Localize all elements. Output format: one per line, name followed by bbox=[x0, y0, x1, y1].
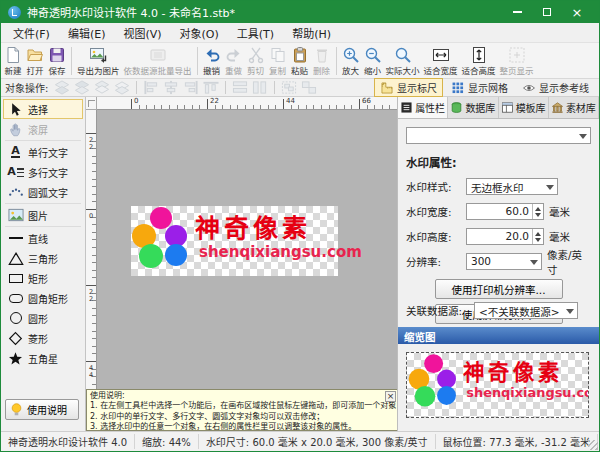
width-stepper[interactable]: 60.0 bbox=[466, 203, 544, 220]
tool-select[interactable]: 选择 bbox=[3, 99, 83, 119]
tooltip-line-1: 1. 在左侧工具栏中选择一个功能后，在画布区域按住鼠标左键拖动，即可添加一个对象… bbox=[90, 401, 394, 411]
tooltip-close-icon[interactable]: × bbox=[385, 391, 396, 402]
batch-export-button: 依数据源批量导出 bbox=[122, 44, 194, 78]
actual-size-button[interactable]: 实际大小 bbox=[384, 44, 422, 78]
resolution-dropdown[interactable]: 300 bbox=[466, 253, 542, 270]
tab-templates[interactable]: 模板库 bbox=[499, 97, 549, 118]
panel-tabs: 属性栏 数据库 模板库 素材库 bbox=[398, 97, 599, 119]
main-area: 选择 滚屏 A 单行文字 A 多行文字 圆弧文字 图片 bbox=[1, 97, 599, 431]
tab-materials[interactable]: 素材库 bbox=[549, 97, 599, 118]
delete-button: 删除 bbox=[311, 44, 333, 78]
zoom-in-icon bbox=[342, 46, 360, 64]
tab-properties[interactable]: 属性栏 bbox=[398, 97, 448, 118]
menu-edit[interactable]: 编辑(E) bbox=[59, 23, 115, 43]
width-row: 水印宽度: 60.0 毫米 bbox=[406, 199, 591, 224]
line-icon bbox=[9, 237, 23, 239]
watermark-logo: 神奇像素 shenqixiangsu.com bbox=[131, 206, 338, 276]
actual-size-icon bbox=[394, 46, 412, 64]
stepper-arrows-icon[interactable] bbox=[532, 229, 543, 244]
height-stepper[interactable]: 20.0 bbox=[466, 228, 544, 245]
tool-triangle[interactable]: 三角形 bbox=[3, 248, 83, 268]
redo-button: 重做 bbox=[223, 44, 245, 78]
menu-file[interactable]: 文件(F) bbox=[4, 23, 59, 43]
tool-single-line-text[interactable]: A 单行文字 bbox=[3, 142, 83, 162]
tool-diamond[interactable]: 菱形 bbox=[3, 328, 83, 348]
watermark-object[interactable]: 神奇像素 shenqixiangsu.com bbox=[131, 206, 338, 276]
delete-trash-icon bbox=[313, 46, 331, 64]
vertical-ruler: 22 0 22 44 bbox=[86, 110, 97, 431]
app-window: 神奇透明水印设计软件 4.0 - 未命名1.stb* × 文件(F) 编辑(E)… bbox=[0, 0, 600, 452]
material-bank-icon bbox=[551, 101, 564, 114]
align-left-icon bbox=[142, 80, 160, 95]
zoom-in-button[interactable]: 放大 bbox=[340, 44, 362, 78]
zoom-out-button[interactable]: 缩小 bbox=[362, 44, 384, 78]
same-width-icon bbox=[231, 80, 249, 95]
tool-picture[interactable]: 图片 bbox=[3, 205, 83, 225]
picture-icon bbox=[7, 207, 24, 224]
style-row: 水印样式: 无边框水印 bbox=[406, 174, 591, 199]
tooltip-line-3: 3. 选择水印中的任意一个对象，在右侧的属性栏里可以调整该对象的属性。 bbox=[90, 422, 394, 431]
new-button[interactable]: 新建 bbox=[2, 44, 24, 78]
grid-icon bbox=[451, 81, 465, 95]
height-row: 水印高度: 20.0 毫米 bbox=[406, 224, 591, 249]
logo-circle-green bbox=[139, 244, 163, 268]
datasource-row: 关联数据源: <不关联数据源> bbox=[406, 302, 595, 319]
stepper-arrows-icon[interactable] bbox=[532, 204, 543, 219]
right-panel: 属性栏 数据库 模板库 素材库 bbox=[397, 97, 599, 431]
object-selector-dropdown[interactable] bbox=[406, 127, 591, 144]
export-image-button[interactable]: 导出为图片 bbox=[75, 44, 122, 78]
same-height-icon bbox=[251, 80, 269, 95]
thumbnail-preview[interactable]: 神奇像素 shenqixiangsu.com bbox=[406, 352, 589, 418]
save-button[interactable]: 保存 bbox=[46, 44, 68, 78]
design-canvas[interactable]: 神奇像素 shenqixiangsu.com bbox=[97, 110, 397, 431]
logo-circle-pink bbox=[150, 207, 172, 229]
align-center-h-icon bbox=[162, 80, 180, 95]
tool-circle[interactable]: 圆形 bbox=[3, 308, 83, 328]
fit-height-icon bbox=[470, 46, 488, 64]
minimize-button[interactable] bbox=[502, 1, 532, 23]
tool-arc-text[interactable]: 圆弧文字 bbox=[3, 182, 83, 202]
app-icon bbox=[8, 6, 21, 19]
undo-button[interactable]: 撤销 bbox=[201, 44, 223, 78]
tool-multi-line-text[interactable]: A 多行文字 bbox=[3, 162, 83, 182]
horizontal-ruler: 0 22 44 66 bbox=[97, 97, 397, 110]
hand-icon bbox=[7, 121, 24, 138]
logo-title-text: 神奇像素 bbox=[463, 355, 563, 386]
datasource-dropdown[interactable]: <不关联数据源> bbox=[474, 302, 578, 319]
show-guides-toggle[interactable]: 显示参考线 bbox=[516, 78, 595, 97]
menu-bar: 文件(F) 编辑(E) 视图(V) 对象(O) 工具(T) 帮助(H) bbox=[1, 23, 599, 43]
paste-button[interactable]: 粘贴 bbox=[289, 44, 311, 78]
help-button[interactable]: 使用说明 bbox=[5, 399, 79, 420]
menu-tools[interactable]: 工具(T) bbox=[228, 23, 283, 43]
tool-line[interactable]: 直线 bbox=[3, 228, 83, 248]
use-printer-resolution-button[interactable]: 使用打印机分辨率... bbox=[435, 279, 563, 299]
tool-rounded-rectangle[interactable]: 圆角矩形 bbox=[3, 288, 83, 308]
show-ruler-toggle[interactable]: 显示标尺 bbox=[374, 78, 443, 97]
undo-icon bbox=[203, 46, 221, 64]
fit-width-icon bbox=[432, 46, 450, 64]
tool-rectangle[interactable]: 矩形 bbox=[3, 268, 83, 288]
properties-list-icon bbox=[400, 101, 413, 114]
open-button[interactable]: 打开 bbox=[24, 44, 46, 78]
zoom-out-icon bbox=[364, 46, 382, 64]
resolution-row: 分辨率: 300 像素/英寸 bbox=[406, 249, 591, 274]
style-dropdown[interactable]: 无边框水印 bbox=[466, 178, 558, 195]
menu-help[interactable]: 帮助(H) bbox=[283, 23, 340, 43]
full-page-icon bbox=[508, 46, 526, 64]
database-icon bbox=[450, 101, 463, 114]
menu-view[interactable]: 视图(V) bbox=[114, 23, 170, 43]
eye-icon bbox=[522, 81, 536, 95]
show-grid-toggle[interactable]: 显示网格 bbox=[445, 78, 514, 97]
tool-star[interactable]: 五角星 bbox=[3, 348, 83, 368]
chevron-down-icon bbox=[579, 134, 587, 143]
menu-object[interactable]: 对象(O) bbox=[171, 23, 228, 43]
maximize-button[interactable] bbox=[532, 1, 562, 23]
fit-width-button[interactable]: 适合宽度 bbox=[422, 44, 460, 78]
fit-height-button[interactable]: 适合高度 bbox=[460, 44, 498, 78]
resize-grip[interactable] bbox=[588, 440, 598, 450]
save-icon bbox=[48, 46, 66, 64]
tab-database[interactable]: 数据库 bbox=[448, 97, 498, 118]
logo-circle-pink bbox=[424, 354, 443, 373]
status-bar: 神奇透明水印设计软件 4.0 缩放: 44% 水印尺寸: 60.0 毫米 x 2… bbox=[1, 431, 599, 451]
close-button[interactable]: × bbox=[562, 1, 592, 23]
